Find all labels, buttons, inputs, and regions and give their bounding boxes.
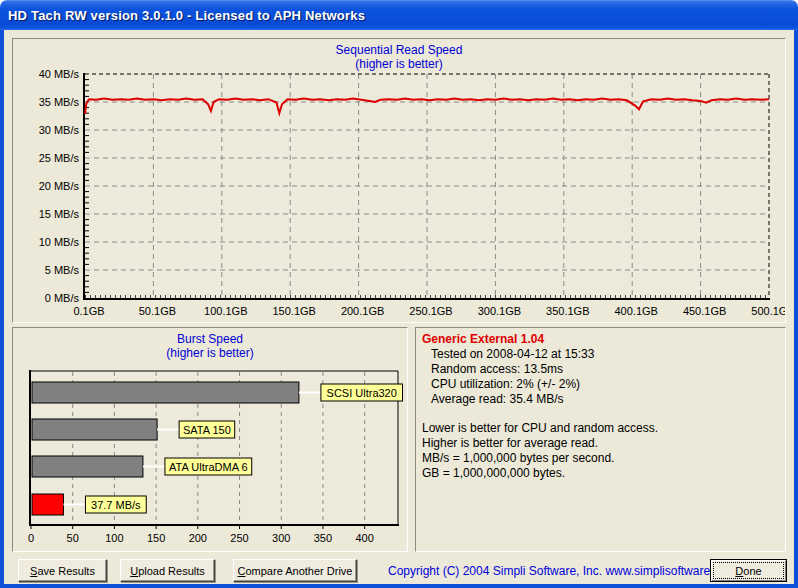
compare-another-drive-label: Compare Another Drive xyxy=(234,565,356,577)
seq-y-tick-label: 15 MB/s xyxy=(39,208,80,220)
burst-bar xyxy=(32,494,63,515)
seq-x-tick-label: 400.1GB xyxy=(614,305,657,317)
seq-x-tick-label: 500.1GB xyxy=(751,305,785,317)
seq-x-tick-label: 100.1GB xyxy=(204,305,247,317)
note-higher-better: Higher is better for average read. xyxy=(422,436,779,451)
drive-info-panel: Generic External 1.04 Tested on 2008-04-… xyxy=(415,327,786,552)
seq-y-tick-label: 35 MB/s xyxy=(39,96,80,108)
save-results-label: Save Results xyxy=(19,565,106,577)
seq-y-tick-label: 5 MB/s xyxy=(45,264,80,276)
burst-x-tick-label: 350 xyxy=(314,532,332,544)
drive-name: Generic External 1.04 xyxy=(422,332,779,347)
seq-y-tick-label: 25 MB/s xyxy=(39,152,80,164)
hdtach-window: HD Tach RW version 3.0.1.0 - Licensed to… xyxy=(0,0,798,588)
burst-speed-panel: Burst Speed (higher is better) SCSI Ultr… xyxy=(12,327,408,552)
seq-x-tick-label: 350.1GB xyxy=(546,305,589,317)
burst-x-tick-label: 150 xyxy=(147,532,165,544)
burst-x-tick-label: 300 xyxy=(272,532,290,544)
note-mbs-def: MB/s = 1,000,000 bytes per second. xyxy=(422,451,779,466)
seq-x-tick-label: 150.1GB xyxy=(272,305,315,317)
info-spacer xyxy=(422,407,779,421)
seq-x-tick-label: 50.1GB xyxy=(139,305,176,317)
burst-x-tick-label: 100 xyxy=(105,532,123,544)
burst-speed-chart: SCSI Ultra320SATA 150ATA UltraDMA 637.7 … xyxy=(13,328,407,551)
upload-results-label: Upload Results xyxy=(121,565,214,577)
seq-x-tick-label: 0.1GB xyxy=(73,305,104,317)
burst-x-tick-label: 400 xyxy=(355,532,373,544)
burst-bar-label: 37.7 MB/s xyxy=(91,499,141,511)
average-read-text: Average read: 35.4 MB/s xyxy=(422,392,779,407)
burst-bar xyxy=(32,456,143,477)
copyright-text: Copyright (C) 2004 Simpli Software, Inc.… xyxy=(388,564,736,578)
seq-y-tick-label: 20 MB/s xyxy=(39,180,80,192)
burst-bar-label: SCSI Ultra320 xyxy=(327,387,397,399)
burst-x-tick-label: 50 xyxy=(67,532,79,544)
compare-another-drive-button[interactable]: Compare Another Drive xyxy=(233,559,357,582)
done-button[interactable]: Done xyxy=(710,559,787,582)
seq-y-tick-label: 30 MB/s xyxy=(39,124,80,136)
client-area: Sequential Read Speed (higher is better)… xyxy=(0,30,798,588)
sequential-read-chart: 0 MB/s5 MB/s10 MB/s15 MB/s20 MB/s25 MB/s… xyxy=(13,39,785,322)
burst-x-tick-label: 0 xyxy=(28,532,34,544)
seq-x-tick-label: 300.1GB xyxy=(478,305,521,317)
sequential-read-panel: Sequential Read Speed (higher is better)… xyxy=(12,38,786,323)
note-gb-def: GB = 1,000,000,000 bytes. xyxy=(422,466,779,481)
burst-x-tick-label: 250 xyxy=(230,532,248,544)
seq-x-tick-label: 450.1GB xyxy=(683,305,726,317)
seq-y-tick-label: 40 MB/s xyxy=(39,68,80,80)
burst-bar-label: ATA UltraDMA 6 xyxy=(169,461,247,473)
seq-y-tick-label: 10 MB/s xyxy=(39,236,80,248)
save-results-button[interactable]: Save Results xyxy=(18,559,107,582)
window-titlebar[interactable]: HD Tach RW version 3.0.1.0 - Licensed to… xyxy=(0,0,798,30)
note-lower-better: Lower is better for CPU and random acces… xyxy=(422,421,779,436)
upload-results-button[interactable]: Upload Results xyxy=(120,559,215,582)
burst-x-tick-label: 200 xyxy=(189,532,207,544)
done-label: Done xyxy=(711,565,786,577)
burst-bar-label: SATA 150 xyxy=(183,424,231,436)
window-title: HD Tach RW version 3.0.1.0 - Licensed to… xyxy=(0,8,365,23)
burst-bar xyxy=(32,419,157,440)
random-access-text: Random access: 13.5ms xyxy=(422,362,779,377)
seq-x-tick-label: 200.1GB xyxy=(341,305,384,317)
tested-on-text: Tested on 2008-04-12 at 15:33 xyxy=(422,347,779,362)
burst-bar xyxy=(32,382,299,403)
cpu-utilization-text: CPU utilization: 2% (+/- 2%) xyxy=(422,377,779,392)
seq-x-tick-label: 250.1GB xyxy=(409,305,452,317)
seq-y-tick-label: 0 MB/s xyxy=(45,292,80,304)
